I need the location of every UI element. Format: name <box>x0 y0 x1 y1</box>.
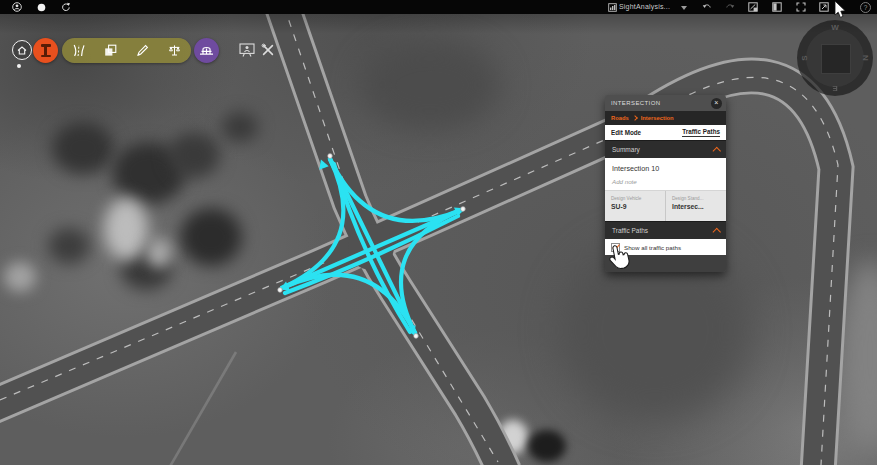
design-vehicle-value[interactable]: SU-9 <box>611 203 659 210</box>
map-overlay-graphics <box>0 0 877 465</box>
traffic-endpoint <box>328 154 333 159</box>
pencil-icon <box>136 44 149 57</box>
traffic-endpoint <box>278 288 283 293</box>
export-icon[interactable] <box>819 2 829 12</box>
compass-right-label[interactable]: N <box>860 52 872 64</box>
traffic-paths-layer[interactable] <box>278 154 467 339</box>
breadcrumb-intersection[interactable]: Intersection <box>641 115 674 121</box>
intersection-panel: INTERSECTION × Roads Intersection Edit M… <box>605 95 726 272</box>
compass-top-label[interactable]: W <box>829 21 841 33</box>
bridge-tool-button[interactable] <box>194 38 219 63</box>
summary-fields: Design Vehicle SU-9 Design Stand... Inte… <box>605 190 726 221</box>
title-bar: SightAnalysis... ? <box>0 0 877 14</box>
undo-icon[interactable] <box>702 2 712 12</box>
app-window: W N E S SightAnalysis... <box>0 0 877 465</box>
present-button[interactable] <box>238 41 256 59</box>
notification-dot <box>17 64 21 68</box>
traffic-paths-section-header[interactable]: Traffic Paths <box>605 221 726 239</box>
intersections-tool-button[interactable] <box>33 38 58 63</box>
panel-header[interactable]: INTERSECTION × <box>605 95 726 111</box>
show-all-traffic-paths-label: Show all traffic paths <box>624 244 681 251</box>
show-all-traffic-paths-checkbox[interactable] <box>611 243 620 252</box>
view-compass[interactable]: W N E S <box>797 20 873 96</box>
evaluate-tool-button[interactable] <box>162 38 188 63</box>
design-standard-value[interactable]: Intersec... <box>672 203 720 210</box>
panel-title: INTERSECTION <box>611 100 660 106</box>
scales-icon <box>168 44 181 57</box>
breadcrumb-chevron-icon <box>632 115 638 121</box>
map-canvas[interactable] <box>0 0 877 465</box>
document-icon <box>607 2 617 12</box>
help-icon[interactable]: ? <box>860 2 871 13</box>
design-vehicle-field[interactable]: Design Vehicle SU-9 <box>605 191 665 221</box>
bridge-icon <box>199 43 214 58</box>
compass-cube[interactable] <box>821 44 851 74</box>
traffic-endpoint <box>414 334 419 339</box>
reading-pane-icon[interactable] <box>772 2 782 12</box>
fullscreen-icon[interactable] <box>796 2 806 12</box>
duplicate-tool-button[interactable] <box>97 38 123 63</box>
compass-left-label[interactable]: S <box>798 52 810 64</box>
summary-body: Intersection 10 Add note <box>605 158 726 190</box>
summary-header-label: Summary <box>612 146 640 153</box>
record-icon[interactable] <box>36 2 46 12</box>
home-button[interactable] <box>12 40 32 60</box>
edit-mode-label: Edit Mode <box>611 129 641 136</box>
chevron-up-icon <box>712 228 720 236</box>
copy-icon <box>104 44 117 57</box>
active-tool-group <box>62 38 191 63</box>
presentation-screen-icon <box>239 43 255 57</box>
account-icon[interactable] <box>12 2 22 12</box>
tools-button[interactable] <box>259 41 277 59</box>
roads-tool-button[interactable] <box>65 38 91 63</box>
refresh-icon[interactable] <box>61 2 71 12</box>
design-standard-field[interactable]: Design Stand... Intersec... <box>665 191 726 221</box>
close-icon[interactable]: × <box>711 98 722 109</box>
project-menu[interactable]: SightAnalysis... <box>619 3 670 10</box>
traffic-endpoint <box>461 207 466 212</box>
panel-footer <box>605 255 726 272</box>
breadcrumb: Roads Intersection <box>605 111 726 125</box>
traffic-paths-header-label: Traffic Paths <box>612 227 648 234</box>
chevron-down-icon[interactable] <box>681 6 687 10</box>
compass-bottom-label[interactable]: E <box>829 83 841 95</box>
draw-tool-button[interactable] <box>130 38 156 63</box>
show-all-traffic-paths-row[interactable]: Show all traffic paths <box>605 239 726 255</box>
road-icon <box>72 44 85 57</box>
redo-icon[interactable] <box>725 2 735 12</box>
crossed-tools-icon <box>261 43 275 57</box>
design-vehicle-label: Design Vehicle <box>611 196 659 201</box>
report-icon[interactable] <box>748 2 758 12</box>
intersection-marker-icon <box>41 44 51 57</box>
chevron-up-icon <box>712 147 720 155</box>
edit-mode-value[interactable]: Traffic Paths <box>682 128 720 137</box>
breadcrumb-roads[interactable]: Roads <box>611 115 629 121</box>
add-note-link[interactable]: Add note <box>612 178 719 185</box>
intersection-name[interactable]: Intersection 10 <box>612 164 719 173</box>
design-standard-label: Design Stand... <box>672 196 720 201</box>
summary-section-header[interactable]: Summary <box>605 140 726 158</box>
edit-mode-row: Edit Mode Traffic Paths <box>605 125 726 140</box>
